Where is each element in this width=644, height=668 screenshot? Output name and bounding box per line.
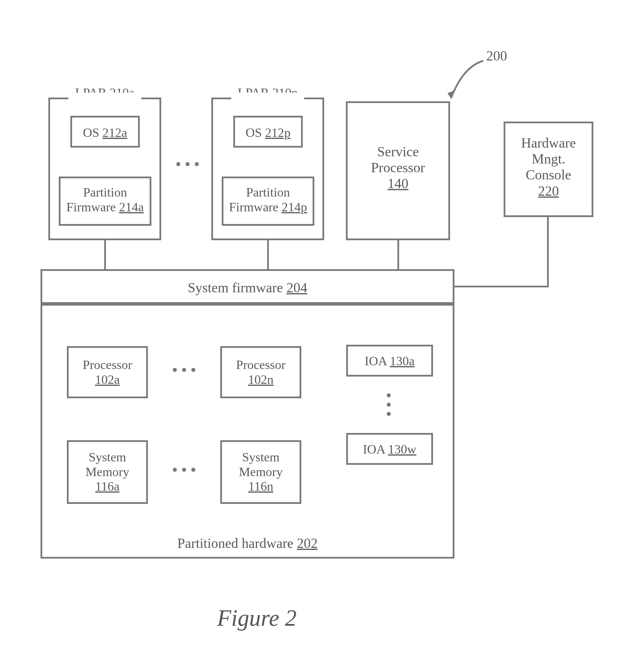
conn-lpar-p [267, 240, 269, 269]
memory-n-label: SystemMemory116n [222, 450, 300, 494]
lpar-a-os: OS 212a [70, 116, 140, 148]
service-processor: Service Processor 140 [346, 101, 450, 240]
service-processor-label: Service Processor 140 [348, 143, 448, 192]
ioa-w-label: IOA 130w [348, 442, 431, 457]
memory-ellipsis [164, 468, 204, 472]
ioa-w: IOA 130w [346, 433, 433, 465]
figure-caption: Figure 2 [217, 605, 297, 631]
memory-a: SystemMemory116a [67, 440, 148, 504]
conn-hmc-h [455, 286, 549, 287]
lpar-a-os-label: OS 212a [72, 126, 138, 140]
conn-lpar-a [104, 240, 106, 269]
conn-hmc-v [547, 217, 549, 287]
lpar-ellipsis [172, 162, 203, 166]
processor-a: Processor102a [67, 346, 148, 398]
lpar-a-pf-label: Partition Firmware 214a [61, 185, 150, 214]
lpar-p-os-label: OS 212p [235, 126, 301, 140]
lpar-p-pf-label: Partition Firmware 214p [224, 185, 312, 214]
ioa-a: IOA 130a [346, 345, 433, 377]
ioa-a-label: IOA 130a [348, 354, 431, 369]
lpar-a-pf: Partition Firmware 214a [59, 177, 151, 226]
lpar-p-pf: Partition Firmware 214p [222, 177, 314, 226]
lpar-a: LPAR 210a OS 212a Partition Firmware 214… [48, 98, 161, 240]
memory-a-label: SystemMemory116a [68, 450, 146, 494]
reference-200: 200 [486, 48, 507, 64]
partitioned-hardware: Partitioned hardware 202 Processor102a P… [41, 304, 455, 559]
ioa-ellipsis [387, 389, 391, 421]
lpar-a-title-mask [68, 93, 141, 101]
processor-n-label: Processor102n [222, 358, 300, 387]
memory-n: SystemMemory116n [220, 440, 301, 504]
partitioned-hardware-label: Partitioned hardware 202 [42, 535, 453, 551]
lpar-p-os: OS 212p [233, 116, 303, 148]
diagram: 200 LPAR 210a OS 212a Partition Firmware… [0, 0, 644, 668]
conn-service [397, 240, 399, 269]
processor-a-label: Processor102a [68, 358, 146, 387]
reference-arrow [446, 58, 492, 104]
lpar-p-title-mask [231, 93, 304, 101]
system-firmware-label: System firmware 204 [42, 279, 453, 295]
processor-ellipsis [164, 368, 204, 372]
lpar-p: LPAR 210p OS 212p Partition Firmware 214… [211, 98, 324, 240]
system-firmware: System firmware 204 [41, 269, 455, 304]
hmc-label: Hardware Mngt. Console 220 [505, 135, 592, 199]
hardware-mgmt-console: Hardware Mngt. Console 220 [504, 122, 593, 217]
processor-n: Processor102n [220, 346, 301, 398]
